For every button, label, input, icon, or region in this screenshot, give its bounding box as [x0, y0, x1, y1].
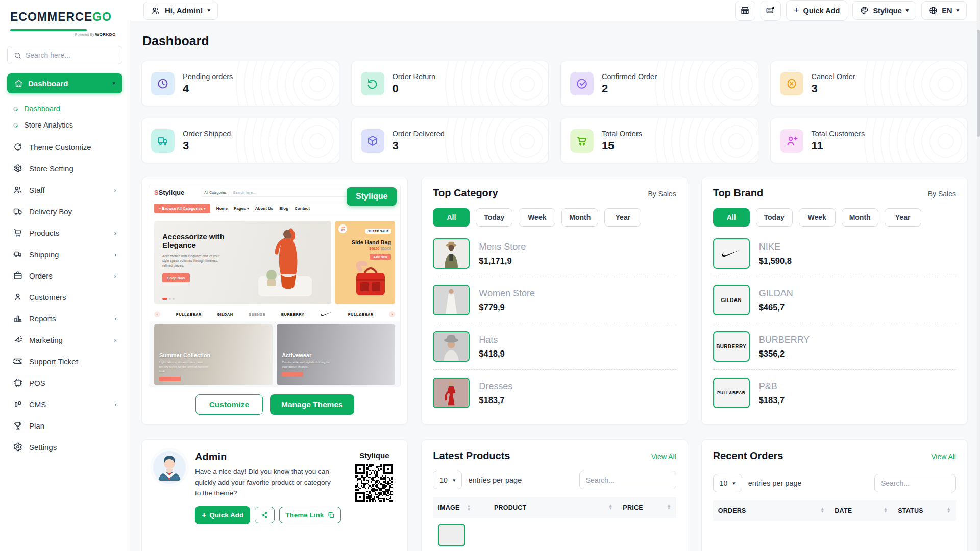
latest-products-controls: 10▾ entries per page [433, 471, 676, 489]
column-header-status[interactable]: STATUS▲▼ [893, 500, 956, 521]
stat-card-cancel-order: Cancel Order3 [770, 61, 968, 106]
sidebar-item-delivery-boy[interactable]: Delivery Boy [7, 201, 122, 222]
sidebar-item-support-ticket[interactable]: Support Ticket [7, 350, 122, 372]
sidebar-item-pos[interactable]: POS [7, 372, 122, 393]
category-row-hats: Hats $418,9 [433, 323, 676, 370]
reports-icon [13, 314, 22, 323]
sidebar-item-orders[interactable]: Orders › [7, 265, 122, 286]
search-icon [14, 52, 21, 59]
table-search-input[interactable] [579, 471, 676, 489]
page-scrollbar[interactable] [977, 0, 980, 551]
admin-menu-button[interactable]: Hi, Admin! ▾ [143, 2, 218, 20]
mini-hero-row: Accessorize with Elegance Accessorize wi… [149, 216, 400, 306]
sidebar-group-dashboard[interactable]: Dashboard ▾ [7, 73, 122, 93]
globe-icon [929, 6, 938, 15]
mini-card-activewear: Activewear Comfortable and stylish cloth… [277, 324, 395, 385]
column-header-date[interactable]: DATE▲▼ [829, 500, 893, 521]
language-select-button[interactable]: EN ▾ [921, 1, 967, 20]
stat-card-total-customers: Total Customers11 [770, 118, 968, 163]
search-input[interactable] [26, 51, 116, 59]
sidebar-item-plan[interactable]: Plan [7, 415, 122, 436]
tab-month[interactable]: Month [561, 208, 598, 227]
scrollbar-thumb[interactable] [977, 30, 980, 137]
chevron-down-icon: ▾ [112, 81, 115, 86]
chevron-right-icon: › [114, 251, 116, 258]
admin-buttons: +Quick Add Theme Link [195, 506, 343, 524]
tab-year[interactable]: Year [604, 208, 641, 227]
manage-themes-button[interactable]: Manage Themes [270, 394, 354, 415]
theme-customize-icon [13, 142, 22, 152]
tab-week[interactable]: Week [799, 208, 836, 227]
sidebar-item-theme-customize[interactable]: Theme Customize [7, 136, 122, 158]
customize-button[interactable]: Customize [195, 394, 263, 415]
column-header-image[interactable]: IMAGE▲▼ [433, 497, 489, 518]
column-header-product[interactable]: PRODUCT▲▼ [489, 497, 618, 518]
quick-add-button[interactable]: + Quick Add [786, 0, 848, 21]
category-row-women-store: Women Store $779,9 [433, 277, 676, 323]
sidebar-subitem-store-analytics[interactable]: Store Analytics [7, 117, 122, 133]
products-icon [13, 228, 22, 237]
table-search-input[interactable] [874, 474, 956, 492]
qr-section: Stylique [352, 451, 396, 551]
bullet-ring-icon [12, 106, 19, 112]
theme-link-button[interactable]: Theme Link [279, 507, 341, 523]
hero-model-illustration [258, 226, 312, 303]
sidebar-item-shipping[interactable]: Shipping › [7, 243, 122, 265]
theme-select-button[interactable]: Stylique ▾ [852, 1, 916, 20]
tab-month[interactable]: Month [842, 208, 878, 227]
quick-add-button[interactable]: +Quick Add [195, 506, 250, 524]
sidebar-search[interactable] [7, 46, 122, 64]
brand-row-burberry: BURBERRY BURBERRY $356,2 [713, 323, 956, 370]
tab-today[interactable]: Today [476, 208, 512, 227]
stat-card-order-delivered: Order Delivered3 [351, 118, 549, 163]
per-page-select[interactable]: 10▾ [713, 474, 742, 492]
tab-all[interactable]: All [713, 208, 750, 227]
home-icon [14, 79, 23, 88]
mini-shop-now-button: Shop Now [162, 273, 190, 282]
store-setting-icon [13, 164, 22, 173]
truck-icon [151, 129, 175, 153]
view-all-link[interactable]: View All [651, 453, 676, 461]
tab-year[interactable]: Year [885, 208, 921, 227]
settings-icon [13, 442, 22, 452]
newsletter-button[interactable] [761, 1, 781, 21]
theme-preview-site[interactable]: SStylique All Categories Search here... … [149, 184, 401, 387]
sidebar-item-marketing[interactable]: Marketing › [7, 329, 122, 350]
column-header-orders[interactable]: ORDERS▲▼ [713, 500, 830, 521]
recent-orders-title: Recent Orders [713, 450, 783, 462]
sidebar-item-products[interactable]: Products › [7, 222, 122, 243]
top-brand-panel: Top Brand By Sales All Today Week Month … [701, 177, 968, 425]
sidebar-menu: Theme Customize Store Setting Staff › De… [7, 136, 122, 458]
sidebar: ECOMMERCEGO Powered By WORKDO˙ Dashboard… [0, 0, 130, 551]
sidebar-item-reports[interactable]: Reports › [7, 308, 122, 329]
per-page-select[interactable]: 10▾ [433, 471, 462, 489]
stat-card-confirmed-order: Confirmed Order2 [560, 61, 758, 106]
chevron-down-icon: ▾ [956, 8, 959, 13]
mini-card-button [282, 372, 303, 377]
share-button[interactable] [255, 507, 275, 523]
column-header-price[interactable]: PRICE▲▼ [618, 497, 676, 518]
sidebar-item-customers[interactable]: Customers [7, 286, 122, 308]
storefront-button[interactable] [735, 1, 755, 21]
tab-today[interactable]: Today [756, 208, 793, 227]
sort-icon: ▲▼ [820, 507, 824, 514]
tab-all[interactable]: All [433, 208, 470, 227]
sidebar-submenu: Dashboard Store Analytics [7, 101, 122, 133]
nike-logo [713, 238, 750, 269]
bottom-row: Admin Have a nice day! Did you know that… [141, 439, 968, 551]
top-category-title: Top Category [433, 187, 498, 199]
sidebar-item-staff[interactable]: Staff › [7, 179, 122, 201]
sidebar-item-settings[interactable]: Settings [7, 436, 122, 458]
table-row[interactable] [433, 518, 676, 551]
tab-week[interactable]: Week [519, 208, 555, 227]
stat-card-total-orders: Total Orders15 [560, 118, 758, 163]
chevron-right-icon: › [114, 186, 116, 194]
sidebar-item-store-setting[interactable]: Store Setting [7, 158, 122, 179]
sidebar-subitem-dashboard[interactable]: Dashboard [7, 101, 122, 117]
view-all-link[interactable]: View All [931, 453, 956, 461]
sidebar-item-cms[interactable]: CMS › [7, 393, 122, 415]
powered-by: Powered By WORKDO˙ [10, 32, 119, 37]
clock-icon [151, 72, 175, 95]
top-brand-tabs: All Today Week Month Year [713, 208, 956, 227]
user-plus-icon [780, 129, 803, 153]
